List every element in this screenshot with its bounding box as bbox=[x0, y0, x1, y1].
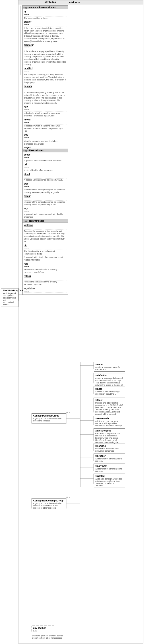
prop-role-name: role bbox=[24, 262, 28, 265]
facet-icon: □ bbox=[95, 399, 97, 401]
prop-id-name: id bbox=[24, 10, 26, 13]
prop-box-facet-label: facet bbox=[97, 399, 102, 401]
prop-typeuri-name: typeuri bbox=[24, 195, 31, 198]
broader-icon: □ bbox=[95, 455, 97, 457]
prop-box-broader-content: □ broader An identifier of a more generi… bbox=[94, 454, 125, 463]
prop-any-flex: any ▪▪▪▪▪▪▪ A group of attributes associ… bbox=[24, 207, 66, 218]
prop-box-broader: □ broader An identifier of a more generi… bbox=[94, 454, 125, 463]
concept-def-desc: A group of properties required to define… bbox=[33, 418, 65, 422]
prop-any-other-i18n: any #other ▪▪▪▪▪▪▪ bbox=[24, 287, 66, 293]
prop-any-flex-dashes: ▪▪▪▪▪▪▪ bbox=[24, 210, 66, 213]
prop-id-desc: ▪▪▪▪▪▪▪ bbox=[24, 14, 66, 17]
prop-how-text: Indicates by which means the value was e… bbox=[24, 112, 66, 117]
prop-any-flex-text: A group of attributes associated with fl… bbox=[24, 213, 66, 218]
prop-roleuri-dashes: ▪▪▪▪▪▪▪ bbox=[24, 278, 66, 281]
prop-why-dashes: ▪▪▪▪▪▪▪ bbox=[24, 136, 66, 140]
prop-box-narrower-content: □ narrower An identifier of a more speci… bbox=[94, 464, 125, 473]
concept-rel-desc: A group of properties required to indica… bbox=[33, 502, 65, 509]
prop-box-note-label: note bbox=[97, 388, 102, 390]
definition-icon: □ bbox=[95, 374, 97, 377]
flex1-role-title: Flex1RolePropType bbox=[3, 290, 17, 292]
note-icon: □ bbox=[95, 388, 97, 390]
prop-box-narrower-desc: An identifier of a more specific concept… bbox=[95, 468, 123, 472]
concept-rel-title: ConceptRelationshipsGroup bbox=[33, 500, 65, 502]
prop-box-name: □ name A natural language name for the c… bbox=[94, 362, 125, 372]
prop-xmllang-text: Specifies the language of this property … bbox=[24, 230, 66, 243]
prop-box-sameas-desc: Identifier of a concept with equivalent … bbox=[95, 448, 123, 452]
any-other-label: any ##other bbox=[33, 627, 52, 629]
prop-typeuri-dashes: ▪▪▪▪▪▪▪ bbox=[24, 198, 66, 201]
svg-rect-1 bbox=[18, 0, 143, 4]
prop-modified: modified ▪▪▪▪▪▪▪ The date (and optionall… bbox=[24, 67, 66, 84]
prop-roleuri: roleuri ▪▪▪▪▪▪▪ Refines the semantics of… bbox=[24, 275, 66, 286]
prop-custom: custom ▪▪▪▪▪▪▪ If True the corresponding… bbox=[24, 85, 66, 104]
prop-id-text: The local identifier of the ... bbox=[24, 17, 66, 20]
prop-box-narrower: □ narrower An identifier of a more speci… bbox=[94, 464, 125, 473]
prop-any-i18n: A group of attributes for language and s… bbox=[24, 256, 66, 261]
prop-custom-dashes: ▪▪▪▪▪▪▪ bbox=[24, 88, 66, 91]
prop-roleuri-text: Refines the semantics of the property - … bbox=[24, 281, 66, 286]
flex-grp-stereotype: «grp» bbox=[23, 150, 28, 152]
i18n-attributes-box: «grp» i18nAttributes xml:lang ▪▪▪▪▪▪▪ Sp… bbox=[22, 219, 68, 295]
i18n-attributes-content: xml:lang ▪▪▪▪▪▪▪ Specifies the language … bbox=[22, 223, 68, 294]
prop-box-name-label: name bbox=[97, 363, 103, 366]
prop-uri-dashes: ▪▪▪▪▪▪▪ bbox=[24, 166, 66, 169]
prop-creatoruri: creatoruri ▪▪▪▪▪▪▪ If the attribute is e… bbox=[24, 44, 66, 66]
prop-qcode: qcode ▪▪▪▪▪▪▪ A qualified code which ide… bbox=[24, 153, 66, 162]
prop-type: type ▪▪▪▪▪▪▪ Identifier of the concept a… bbox=[24, 182, 66, 194]
remoteinfo-icon: □ bbox=[95, 417, 97, 420]
prop-box-remoteinfo: □ remoteInfo A link to an item or a web … bbox=[94, 416, 125, 428]
prop-creatoruri-text: If the attribute is empty, specifies whi… bbox=[24, 50, 66, 66]
prop-xmllang: xml:lang ▪▪▪▪▪▪▪ Specifies the language … bbox=[24, 224, 66, 243]
sameas-icon: □ bbox=[95, 445, 97, 447]
diagram-title: attributes bbox=[69, 1, 80, 4]
prop-modified-name: modified bbox=[24, 67, 33, 70]
concept-relationships-group-box: ConceptRelationshipsGroup A group of pro… bbox=[32, 498, 66, 510]
flex-attributes-header: «grp» flexAttributes bbox=[22, 149, 68, 152]
i18n-attributes-title: i18nAttributes bbox=[29, 220, 44, 222]
prop-roleuri-name: roleuri bbox=[24, 275, 31, 278]
prop-box-note: □ note Additional natural language infor… bbox=[94, 386, 125, 396]
prop-creatoruri-dashes: ▪▪▪▪▪▪▪ bbox=[24, 47, 66, 50]
prop-literal-dashes: ▪▪▪▪▪▪▪ bbox=[24, 176, 66, 179]
concept-definition-group-box: ConceptDefinitionGroup A group of proper… bbox=[32, 414, 66, 423]
concept-relationships-group-content: ConceptRelationshipsGroup A group of pro… bbox=[32, 498, 66, 510]
prop-creatoruri-name: creatoruri bbox=[24, 44, 34, 46]
narrower-icon: □ bbox=[95, 465, 97, 467]
prop-howuri-dashes: ▪▪▪▪▪▪▪ bbox=[24, 121, 66, 125]
prop-role-text: Refines the semantics of the property - … bbox=[24, 268, 66, 274]
prop-box-sameas-label: sameAs bbox=[97, 445, 106, 447]
prop-box-sameas: □ sameAs Identifier of a concept with eq… bbox=[94, 444, 125, 453]
prop-qcode-dashes: ▪▪▪▪▪▪▪ bbox=[24, 156, 66, 159]
prop-box-broader-desc: An identifier of a more generic concept. bbox=[95, 458, 123, 462]
prop-creator: creator ▪▪▪▪▪▪▪ If the property value is… bbox=[24, 20, 66, 43]
prop-dir-name: dir bbox=[24, 244, 27, 247]
prop-role: role ▪▪▪▪▪▪▪ Refines the semantics of th… bbox=[24, 262, 66, 274]
concept-def-multiplicity: 0..n bbox=[66, 411, 70, 414]
prop-xmllang-dashes: ▪▪▪▪▪▪▪ bbox=[24, 227, 66, 230]
prop-why-text: Why the metadata has been included - exp… bbox=[24, 140, 66, 145]
prop-box-note-desc: Additional natural language information … bbox=[95, 390, 123, 395]
prop-dir-text: The directionality of textual content (e… bbox=[24, 250, 66, 255]
prop-how-name: how bbox=[24, 106, 28, 108]
prop-xmllang-name: xml:lang bbox=[24, 224, 33, 226]
prop-box-definition-label: definition bbox=[97, 374, 107, 377]
prop-any-i18n-text: A group of attributes for language and s… bbox=[24, 256, 66, 261]
prop-uri-text: A URI which identifies a concept. bbox=[24, 169, 66, 172]
prop-literal-name: literal bbox=[24, 173, 30, 176]
prop-role-dashes: ▪▪▪▪▪▪▪ bbox=[24, 266, 66, 268]
prop-box-remoteinfo-label: remoteInfo bbox=[97, 417, 109, 420]
any-other-ext-desc: Extension point for provider-defined pro… bbox=[32, 634, 66, 639]
concept-rel-multiplicity: 0..n bbox=[66, 496, 70, 498]
prop-modified-text: The date (and optionally, the time) when… bbox=[24, 74, 66, 84]
any-other-multiplicity: 0..n bbox=[33, 630, 52, 632]
any-other-content: any ##other 0..n bbox=[32, 626, 54, 633]
prop-box-hierarchyinfo-label: hierarchyInfo bbox=[97, 430, 111, 432]
name-icon: □ bbox=[95, 363, 97, 366]
prop-howuri-name: howuri bbox=[24, 118, 31, 121]
related-icon: □ bbox=[95, 475, 97, 477]
i18n-grp-stereotype: «grp» bbox=[23, 220, 28, 222]
prop-box-broader-label: broader bbox=[97, 455, 106, 457]
flex-attributes-box: «grp» flexAttributes qcode ▪▪▪▪▪▪▪ A qua… bbox=[22, 148, 68, 220]
prop-box-remoteinfo-content: □ remoteInfo A link to an item or a web … bbox=[94, 416, 125, 428]
